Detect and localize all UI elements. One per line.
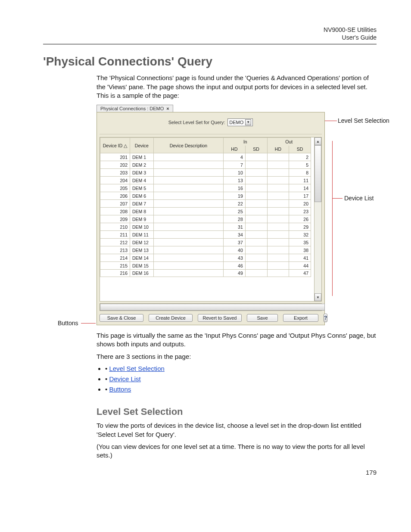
table-cell[interactable] xyxy=(153,270,223,277)
table-row[interactable]: 216DEM 164947 xyxy=(100,270,311,277)
table-cell[interactable]: 25 xyxy=(224,208,246,215)
table-cell[interactable]: 202 xyxy=(100,161,130,169)
table-cell[interactable] xyxy=(153,169,223,177)
table-cell[interactable]: 38 xyxy=(289,246,311,254)
link-buttons[interactable]: Buttons xyxy=(109,386,131,393)
col-out-sd[interactable]: SD xyxy=(289,146,311,153)
table-cell[interactable] xyxy=(245,215,267,223)
table-cell[interactable] xyxy=(153,223,223,231)
table-cell[interactable] xyxy=(245,270,267,277)
table-cell[interactable]: DEM 14 xyxy=(130,254,153,262)
revert-to-saved-button[interactable]: Revert to Saved xyxy=(198,314,242,322)
table-row[interactable]: 214DEM 144341 xyxy=(100,254,311,262)
col-in-sd[interactable]: SD xyxy=(245,146,267,153)
table-cell[interactable]: DEM 13 xyxy=(130,246,153,254)
table-cell[interactable] xyxy=(267,262,289,270)
table-row[interactable]: 203DEM 3108 xyxy=(100,169,311,177)
table-cell[interactable]: DEM 12 xyxy=(130,239,153,246)
save-button[interactable]: Save xyxy=(247,314,278,322)
table-cell[interactable] xyxy=(245,246,267,254)
table-cell[interactable] xyxy=(267,169,289,177)
table-cell[interactable]: 20 xyxy=(289,200,311,208)
table-cell[interactable]: 10 xyxy=(224,169,246,177)
col-in-hd[interactable]: HD xyxy=(224,146,246,153)
export-button[interactable]: Export xyxy=(283,314,318,322)
scroll-up-icon[interactable]: ▲ xyxy=(314,137,321,145)
table-cell[interactable] xyxy=(153,215,223,223)
table-cell[interactable]: 212 xyxy=(100,239,130,246)
table-row[interactable]: 208DEM 82523 xyxy=(100,208,311,215)
scroll-track[interactable] xyxy=(314,145,321,293)
table-cell[interactable]: 207 xyxy=(100,200,130,208)
table-cell[interactable]: 211 xyxy=(100,231,130,239)
table-cell[interactable] xyxy=(267,223,289,231)
table-cell[interactable] xyxy=(267,184,289,192)
table-cell[interactable]: DEM 4 xyxy=(130,177,153,184)
table-cell[interactable]: 4 xyxy=(224,153,246,161)
horizontal-scrollbar[interactable] xyxy=(100,303,322,311)
table-cell[interactable]: DEM 7 xyxy=(130,200,153,208)
table-cell[interactable]: 214 xyxy=(100,254,130,262)
table-cell[interactable] xyxy=(267,192,289,200)
table-cell[interactable] xyxy=(153,184,223,192)
table-cell[interactable] xyxy=(153,153,223,161)
tab[interactable]: Physical Connections : DEMO × xyxy=(97,105,173,112)
table-row[interactable]: 212DEM 123735 xyxy=(100,239,311,246)
table-row[interactable]: 201DEM 142 xyxy=(100,153,311,161)
table-cell[interactable] xyxy=(245,192,267,200)
col-out-hd[interactable]: HD xyxy=(267,146,289,153)
table-row[interactable]: 206DEM 61917 xyxy=(100,192,311,200)
table-cell[interactable]: 47 xyxy=(289,270,311,277)
table-cell[interactable]: 208 xyxy=(100,208,130,215)
table-cell[interactable]: 11 xyxy=(289,177,311,184)
table-cell[interactable] xyxy=(245,169,267,177)
table-cell[interactable]: 32 xyxy=(289,231,311,239)
table-cell[interactable] xyxy=(153,254,223,262)
table-cell[interactable]: 22 xyxy=(224,200,246,208)
table-cell[interactable] xyxy=(153,208,223,215)
table-cell[interactable] xyxy=(245,177,267,184)
table-cell[interactable] xyxy=(245,262,267,270)
table-cell[interactable] xyxy=(267,231,289,239)
table-cell[interactable] xyxy=(153,239,223,246)
table-row[interactable]: 202DEM 275 xyxy=(100,161,311,169)
table-row[interactable]: 210DEM 103129 xyxy=(100,223,311,231)
table-cell[interactable]: 209 xyxy=(100,215,130,223)
close-icon[interactable]: × xyxy=(166,106,169,111)
table-cell[interactable] xyxy=(245,184,267,192)
table-cell[interactable] xyxy=(267,270,289,277)
table-cell[interactable] xyxy=(267,208,289,215)
table-cell[interactable] xyxy=(267,215,289,223)
table-cell[interactable]: 31 xyxy=(224,223,246,231)
table-cell[interactable]: 46 xyxy=(224,262,246,270)
table-row[interactable]: 215DEM 154644 xyxy=(100,262,311,270)
table-cell[interactable] xyxy=(267,239,289,246)
table-cell[interactable]: DEM 10 xyxy=(130,223,153,231)
table-cell[interactable] xyxy=(153,246,223,254)
table-cell[interactable] xyxy=(267,153,289,161)
chevron-down-icon[interactable]: ▼ xyxy=(245,119,251,125)
table-cell[interactable] xyxy=(245,254,267,262)
table-cell[interactable] xyxy=(267,177,289,184)
table-cell[interactable]: 13 xyxy=(224,177,246,184)
table-cell[interactable] xyxy=(153,262,223,270)
table-cell[interactable]: 16 xyxy=(224,184,246,192)
table-cell[interactable]: 5 xyxy=(289,161,311,169)
table-cell[interactable]: DEM 11 xyxy=(130,231,153,239)
link-device-list[interactable]: Device List xyxy=(109,375,140,383)
table-cell[interactable]: DEM 9 xyxy=(130,215,153,223)
table-cell[interactable]: DEM 2 xyxy=(130,161,153,169)
table-cell[interactable] xyxy=(267,254,289,262)
table-cell[interactable]: DEM 5 xyxy=(130,184,153,192)
table-cell[interactable] xyxy=(245,153,267,161)
table-cell[interactable] xyxy=(245,223,267,231)
table-cell[interactable]: 26 xyxy=(289,215,311,223)
save-and-close-button[interactable]: Save & Close xyxy=(100,314,143,322)
table-cell[interactable]: 204 xyxy=(100,177,130,184)
table-cell[interactable]: 44 xyxy=(289,262,311,270)
table-cell[interactable]: DEM 8 xyxy=(130,208,153,215)
table-cell[interactable]: 2 xyxy=(289,153,311,161)
table-cell[interactable] xyxy=(245,208,267,215)
table-cell[interactable] xyxy=(153,177,223,184)
col-description[interactable]: Device Description xyxy=(153,138,223,153)
